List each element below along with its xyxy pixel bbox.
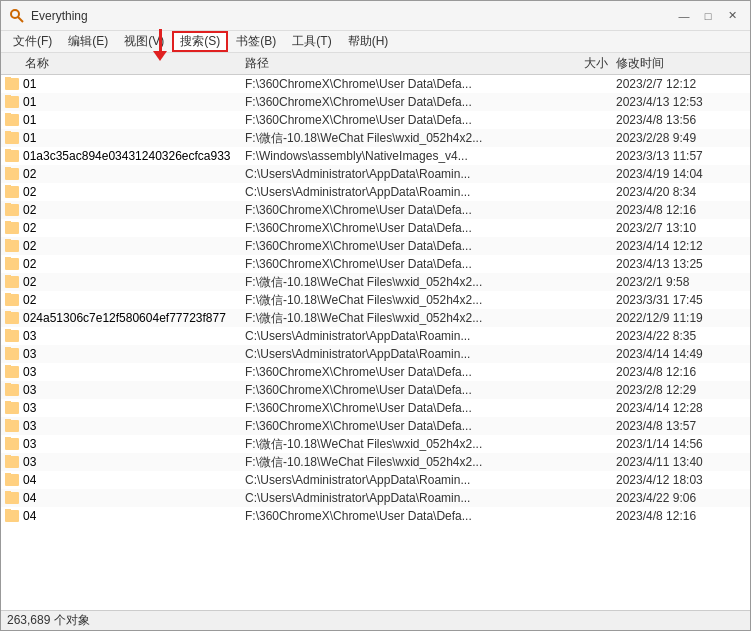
row-name-cell: 024a51306c7e12f580604ef77723f877 xyxy=(5,311,245,325)
table-row[interactable]: 04 F:\360ChromeX\Chrome\User Data\Defa..… xyxy=(1,507,750,525)
title-controls: — □ ✕ xyxy=(674,6,742,26)
row-name-cell: 01a3c35ac894e03431240326ecfca933 xyxy=(5,149,245,163)
folder-icon xyxy=(5,420,19,432)
menu-file[interactable]: 文件(F) xyxy=(5,31,60,52)
table-row[interactable]: 04 C:\Users\Administrator\AppData\Roamin… xyxy=(1,489,750,507)
table-row[interactable]: 03 F:\360ChromeX\Chrome\User Data\Defa..… xyxy=(1,417,750,435)
row-date-cell: 2023/4/13 13:25 xyxy=(616,257,746,271)
row-path-cell: F:\360ChromeX\Chrome\User Data\Defa... xyxy=(245,401,566,415)
row-date-cell: 2023/2/28 9:49 xyxy=(616,131,746,145)
row-name-text: 01 xyxy=(23,77,36,91)
row-name-text: 03 xyxy=(23,347,36,361)
row-name-text: 03 xyxy=(23,455,36,469)
row-date-cell: 2023/2/7 12:12 xyxy=(616,77,746,91)
table-row[interactable]: 03 F:\360ChromeX\Chrome\User Data\Defa..… xyxy=(1,363,750,381)
table-row[interactable]: 03 F:\微信-10.18\WeChat Files\wxid_052h4x2… xyxy=(1,453,750,471)
folder-icon xyxy=(5,132,19,144)
folder-icon xyxy=(5,402,19,414)
row-date-cell: 2023/2/1 9:58 xyxy=(616,275,746,289)
row-name-cell: 03 xyxy=(5,365,245,379)
row-name-cell: 02 xyxy=(5,293,245,307)
row-path-cell: F:\微信-10.18\WeChat Files\wxid_052h4x2... xyxy=(245,454,566,471)
row-path-cell: F:\微信-10.18\WeChat Files\wxid_052h4x2... xyxy=(245,436,566,453)
row-name-text: 02 xyxy=(23,203,36,217)
row-date-cell: 2023/3/13 11:57 xyxy=(616,149,746,163)
row-name-cell: 01 xyxy=(5,95,245,109)
row-date-cell: 2023/4/8 12:16 xyxy=(616,203,746,217)
table-row[interactable]: 024a51306c7e12f580604ef77723f877 F:\微信-1… xyxy=(1,309,750,327)
table-row[interactable]: 02 C:\Users\Administrator\AppData\Roamin… xyxy=(1,165,750,183)
column-date[interactable]: 修改时间 xyxy=(616,55,746,72)
row-date-cell: 2023/4/12 18:03 xyxy=(616,473,746,487)
folder-icon xyxy=(5,294,19,306)
row-date-cell: 2023/4/8 12:16 xyxy=(616,365,746,379)
table-row[interactable]: 01a3c35ac894e03431240326ecfca933 F:\Wind… xyxy=(1,147,750,165)
table-row[interactable]: 02 F:\360ChromeX\Chrome\User Data\Defa..… xyxy=(1,219,750,237)
row-name-cell: 02 xyxy=(5,239,245,253)
row-date-cell: 2023/4/22 8:35 xyxy=(616,329,746,343)
menu-search[interactable]: 搜索(S) xyxy=(172,31,228,52)
table-row[interactable]: 01 F:\360ChromeX\Chrome\User Data\Defa..… xyxy=(1,93,750,111)
title-bar: Everything — □ ✕ xyxy=(1,1,750,31)
folder-icon xyxy=(5,456,19,468)
row-name-text: 01 xyxy=(23,95,36,109)
table-row[interactable]: 03 C:\Users\Administrator\AppData\Roamin… xyxy=(1,327,750,345)
table-row[interactable]: 02 F:\360ChromeX\Chrome\User Data\Defa..… xyxy=(1,201,750,219)
row-path-cell: F:\微信-10.18\WeChat Files\wxid_052h4x2... xyxy=(245,274,566,291)
row-path-cell: C:\Users\Administrator\AppData\Roamin... xyxy=(245,491,566,505)
table-row[interactable]: 04 C:\Users\Administrator\AppData\Roamin… xyxy=(1,471,750,489)
menu-view[interactable]: 视图(V) xyxy=(116,31,172,52)
folder-icon xyxy=(5,330,19,342)
row-name-cell: 03 xyxy=(5,455,245,469)
row-name-cell: 01 xyxy=(5,131,245,145)
column-name[interactable]: 名称 xyxy=(5,55,245,72)
row-date-cell: 2023/4/14 12:12 xyxy=(616,239,746,253)
row-name-cell: 02 xyxy=(5,203,245,217)
table-row[interactable]: 02 F:\微信-10.18\WeChat Files\wxid_052h4x2… xyxy=(1,291,750,309)
svg-line-1 xyxy=(18,17,23,22)
minimize-button[interactable]: — xyxy=(674,6,694,26)
table-row[interactable]: 01 F:\360ChromeX\Chrome\User Data\Defa..… xyxy=(1,75,750,93)
row-date-cell: 2022/12/9 11:19 xyxy=(616,311,746,325)
row-name-text: 02 xyxy=(23,293,36,307)
table-row[interactable]: 02 F:\360ChromeX\Chrome\User Data\Defa..… xyxy=(1,237,750,255)
column-size[interactable]: 大小 xyxy=(566,55,616,72)
folder-icon xyxy=(5,150,19,162)
row-path-cell: C:\Users\Administrator\AppData\Roamin... xyxy=(245,167,566,181)
table-body[interactable]: 01 F:\360ChromeX\Chrome\User Data\Defa..… xyxy=(1,75,750,610)
row-name-cell: 02 xyxy=(5,275,245,289)
table-row[interactable]: 03 F:\360ChromeX\Chrome\User Data\Defa..… xyxy=(1,399,750,417)
row-name-cell: 04 xyxy=(5,491,245,505)
row-path-cell: C:\Users\Administrator\AppData\Roamin... xyxy=(245,347,566,361)
row-name-text: 03 xyxy=(23,401,36,415)
menu-help[interactable]: 帮助(H) xyxy=(340,31,397,52)
row-date-cell: 2023/4/8 13:56 xyxy=(616,113,746,127)
table-row[interactable]: 03 C:\Users\Administrator\AppData\Roamin… xyxy=(1,345,750,363)
menu-bookmark[interactable]: 书签(B) xyxy=(228,31,284,52)
table-row[interactable]: 01 F:\微信-10.18\WeChat Files\wxid_052h4x2… xyxy=(1,129,750,147)
folder-icon xyxy=(5,276,19,288)
column-path[interactable]: 路径 xyxy=(245,55,566,72)
table-row[interactable]: 02 F:\微信-10.18\WeChat Files\wxid_052h4x2… xyxy=(1,273,750,291)
close-button[interactable]: ✕ xyxy=(722,6,742,26)
row-date-cell: 2023/4/20 8:34 xyxy=(616,185,746,199)
folder-icon xyxy=(5,186,19,198)
row-date-cell: 2023/3/31 17:45 xyxy=(616,293,746,307)
table-row[interactable]: 02 C:\Users\Administrator\AppData\Roamin… xyxy=(1,183,750,201)
row-date-cell: 2023/4/8 13:57 xyxy=(616,419,746,433)
row-name-cell: 03 xyxy=(5,401,245,415)
table-row[interactable]: 01 F:\360ChromeX\Chrome\User Data\Defa..… xyxy=(1,111,750,129)
table-row[interactable]: 02 F:\360ChromeX\Chrome\User Data\Defa..… xyxy=(1,255,750,273)
table-row[interactable]: 03 F:\360ChromeX\Chrome\User Data\Defa..… xyxy=(1,381,750,399)
row-name-cell: 01 xyxy=(5,77,245,91)
menu-edit[interactable]: 编辑(E) xyxy=(60,31,116,52)
row-path-cell: C:\Users\Administrator\AppData\Roamin... xyxy=(245,185,566,199)
row-path-cell: F:\360ChromeX\Chrome\User Data\Defa... xyxy=(245,113,566,127)
row-name-text: 03 xyxy=(23,329,36,343)
row-path-cell: F:\Windows\assembly\NativeImages_v4... xyxy=(245,149,566,163)
menu-tools[interactable]: 工具(T) xyxy=(284,31,339,52)
folder-icon xyxy=(5,384,19,396)
maximize-button[interactable]: □ xyxy=(698,6,718,26)
folder-icon xyxy=(5,222,19,234)
table-row[interactable]: 03 F:\微信-10.18\WeChat Files\wxid_052h4x2… xyxy=(1,435,750,453)
